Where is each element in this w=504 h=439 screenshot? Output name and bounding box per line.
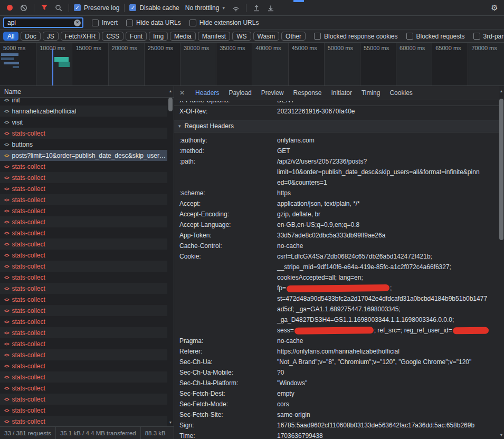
request-row[interactable]: <>stats-collect: [0, 360, 167, 371]
request-name: stats-collect: [12, 351, 45, 359]
request-row[interactable]: <>stats-collect: [0, 216, 167, 227]
request-row[interactable]: <>stats-collect: [0, 283, 167, 294]
request-headers-section-toggle[interactable]: ▾ Request Headers: [174, 120, 499, 132]
request-row[interactable]: <>stats-collect: [0, 183, 167, 194]
tab-headers[interactable]: Headers: [191, 88, 224, 98]
timeline-tick-label: 15000 ms: [75, 45, 108, 51]
request-row[interactable]: <>stats-collect: [0, 305, 167, 316]
scrollbar-thumb[interactable]: [499, 99, 503, 240]
request-name: hannahelizabethofficial: [12, 108, 77, 115]
close-details-icon[interactable]: ✕: [178, 89, 189, 97]
import-har-button[interactable]: [251, 3, 262, 13]
scrollbar-thumb[interactable]: [168, 98, 173, 111]
disable-cache-checkbox[interactable]: ✓ Disable cache: [129, 4, 179, 12]
network-conditions-button[interactable]: [231, 3, 241, 13]
request-row[interactable]: <>stats-collect: [0, 349, 167, 360]
preserve-log-checkbox[interactable]: ✓ Preserve log: [74, 4, 119, 12]
type-filter-fetch-xhr[interactable]: Fetch/XHR: [61, 32, 100, 41]
invert-checkbox[interactable]: ✓ Invert: [92, 19, 118, 26]
request-row[interactable]: <>stats-collect: [0, 405, 167, 416]
request-name: buttons: [12, 141, 33, 148]
type-filter-media[interactable]: Media: [170, 32, 196, 41]
type-filter-doc[interactable]: Doc: [21, 32, 40, 41]
type-filter-js[interactable]: JS: [43, 32, 59, 41]
filter-toggle-button[interactable]: [39, 3, 50, 13]
type-filter-css[interactable]: CSS: [102, 32, 123, 41]
request-row[interactable]: <>buttons: [0, 139, 167, 150]
header-value: no-cache: [277, 241, 499, 251]
details-scrollbar[interactable]: ▲ ▼: [499, 86, 504, 439]
clear-filter-icon[interactable]: ✕: [74, 20, 81, 26]
request-row[interactable]: <>stats-collect: [0, 371, 167, 383]
request-row[interactable]: <>stats-collect: [0, 250, 167, 261]
request-row[interactable]: <>stats-collect: [0, 294, 167, 305]
request-row[interactable]: <>stats-collect: [0, 327, 167, 338]
request-row[interactable]: <>stats-collect: [0, 338, 167, 349]
header-value: empty: [277, 388, 499, 399]
scroll-down-icon[interactable]: ▼: [167, 421, 174, 424]
clear-button[interactable]: [18, 3, 29, 13]
type-filter-all[interactable]: All: [3, 32, 18, 41]
type-filter-other[interactable]: Other: [281, 32, 306, 41]
timeline-column: 10000 ms: [36, 43, 72, 85]
header-name: Sec-Fetch-Dest:: [174, 388, 277, 399]
checkbox-label: Hide extension URLs: [199, 19, 259, 26]
type-filter-ws[interactable]: WS: [232, 32, 251, 41]
hide-data-urls-checkbox[interactable]: ✓ Hide data URLs: [126, 19, 181, 26]
request-row[interactable]: <>stats-collect: [0, 316, 167, 327]
search-button[interactable]: [53, 3, 64, 13]
scroll-up-icon[interactable]: ▲: [167, 89, 174, 93]
tab-timing[interactable]: Timing: [357, 88, 385, 98]
hide-extension-urls-checkbox[interactable]: ✓ Hide extension URLs: [189, 19, 259, 26]
type-filter-img[interactable]: Img: [149, 32, 168, 41]
requests-scrollbar[interactable]: ▲ ▼: [167, 86, 174, 426]
filter-checkbox-blocked-response-cookies[interactable]: ✓Blocked response cookies: [314, 33, 397, 40]
request-row[interactable]: <>stats-collect: [0, 238, 167, 250]
throttling-select[interactable]: No throttling ▾: [183, 4, 227, 12]
script-file-icon: <>: [4, 142, 9, 147]
request-row[interactable]: <>stats-collect: [0, 205, 167, 216]
tab-payload[interactable]: Payload: [224, 88, 256, 98]
timeline-overview[interactable]: 5000 ms10000 ms15000 ms20000 ms25000 ms3…: [0, 43, 504, 86]
request-row[interactable]: <>stats-collect: [0, 383, 167, 394]
timeline-tick-label: 35000 ms: [220, 45, 252, 51]
script-file-icon: <>: [4, 175, 9, 180]
request-row[interactable]: <>stats-collect: [0, 194, 167, 205]
export-har-button[interactable]: [265, 3, 276, 13]
tab-response[interactable]: Response: [288, 88, 326, 98]
request-name: stats-collect: [12, 207, 45, 215]
type-filter-font[interactable]: Font: [126, 32, 147, 41]
request-row[interactable]: <>stats-collect: [0, 272, 167, 283]
type-filter-manifest[interactable]: Manifest: [198, 32, 230, 41]
request-row[interactable]: <>stats-collect: [0, 128, 167, 139]
timeline-tick-label: 70000 ms: [471, 45, 503, 51]
request-row[interactable]: <>stats-collect: [0, 161, 167, 172]
scroll-down-icon[interactable]: ▼: [499, 433, 504, 437]
request-row[interactable]: <>init: [0, 98, 167, 106]
request-row[interactable]: <>stats-collect: [0, 172, 167, 183]
settings-gear-icon[interactable]: ⚙: [489, 3, 500, 13]
scroll-up-icon[interactable]: ▲: [499, 89, 504, 93]
filter-checkbox-blocked-requests[interactable]: ✓Blocked requests: [406, 33, 465, 40]
request-row[interactable]: <>stats-collect: [0, 394, 167, 405]
name-column-header[interactable]: Name: [0, 86, 174, 98]
type-filter-wasm[interactable]: Wasm: [253, 32, 280, 41]
request-row[interactable]: <>stats-collect: [0, 227, 167, 238]
checkbox-box: ✓: [406, 33, 413, 40]
record-button[interactable]: [4, 3, 15, 13]
request-row[interactable]: <>posts?limit=10&order=publish_date_desc…: [0, 150, 167, 161]
redaction-scribble: [294, 327, 374, 335]
filter-input[interactable]: [3, 17, 83, 28]
request-row[interactable]: <>hannahelizabethofficial: [0, 106, 167, 117]
tab-preview[interactable]: Preview: [256, 88, 289, 98]
header-row: Accept:application/json, text/plain, */*: [174, 198, 499, 209]
filter-checkbox-3rd-party-requests[interactable]: ✓3rd-party requests: [473, 33, 504, 40]
request-name: stats-collect: [12, 218, 45, 226]
tab-initiator[interactable]: Initiator: [327, 88, 357, 98]
request-row[interactable]: <>stats-collect: [0, 416, 167, 426]
divider: [124, 4, 125, 12]
tab-cookies[interactable]: Cookies: [385, 88, 417, 98]
request-row[interactable]: <>visit: [0, 117, 167, 128]
request-name: stats-collect: [12, 362, 45, 370]
request-row[interactable]: <>stats-collect: [0, 261, 167, 272]
